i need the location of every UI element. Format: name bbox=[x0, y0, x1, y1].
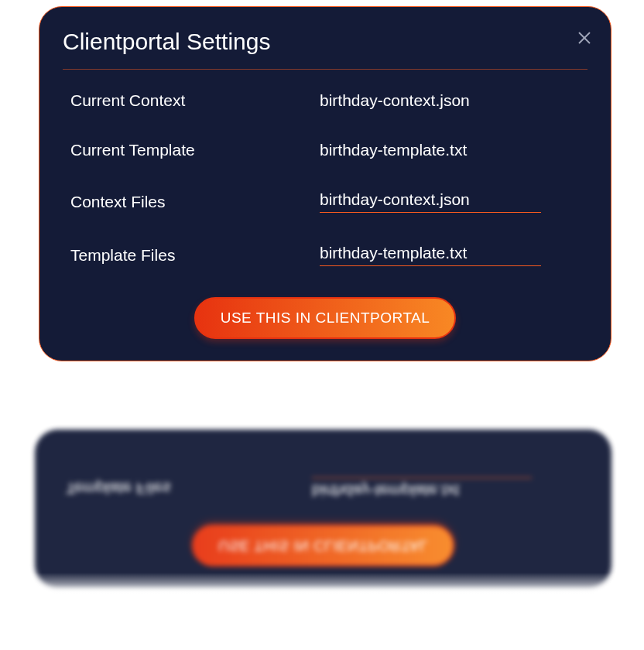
settings-modal: Clientportal Settings Current Context bi… bbox=[39, 6, 611, 361]
select-template-files[interactable]: birthday-template.txt bbox=[320, 244, 541, 266]
label-context-files: Context Files bbox=[70, 193, 320, 211]
divider bbox=[63, 69, 587, 70]
select-context-files[interactable]: birthday-context.json bbox=[320, 190, 541, 213]
modal-reflection: USE THIS IN CLIENTPORTAL Template Files … bbox=[35, 429, 611, 588]
value-current-template: birthday-template.txt bbox=[320, 141, 467, 159]
select-template-files-value: birthday-template.txt bbox=[320, 244, 541, 262]
label-current-template: Current Template bbox=[70, 141, 320, 159]
row-current-context: Current Context birthday-context.json bbox=[70, 91, 580, 110]
label-current-context: Current Context bbox=[70, 91, 320, 110]
label-template-files: Template Files bbox=[70, 246, 320, 265]
use-in-clientportal-button[interactable]: USE THIS IN CLIENTPORTAL bbox=[194, 297, 457, 339]
select-context-files-value: birthday-context.json bbox=[320, 190, 541, 209]
reflection-fade bbox=[31, 573, 615, 596]
row-context-files: Context Files birthday-context.json bbox=[70, 190, 580, 213]
value-current-context: birthday-context.json bbox=[320, 91, 470, 110]
row-current-template: Current Template birthday-template.txt bbox=[70, 141, 580, 159]
reflection-button: USE THIS IN CLIENTPORTAL bbox=[192, 525, 454, 566]
reflection-label: Template Files bbox=[66, 480, 312, 498]
modal-title: Clientportal Settings bbox=[63, 29, 580, 55]
reflection-select-value: birthday-template.txt bbox=[312, 481, 459, 500]
close-icon[interactable] bbox=[575, 29, 594, 47]
row-template-files: Template Files birthday-template.txt bbox=[70, 244, 580, 266]
